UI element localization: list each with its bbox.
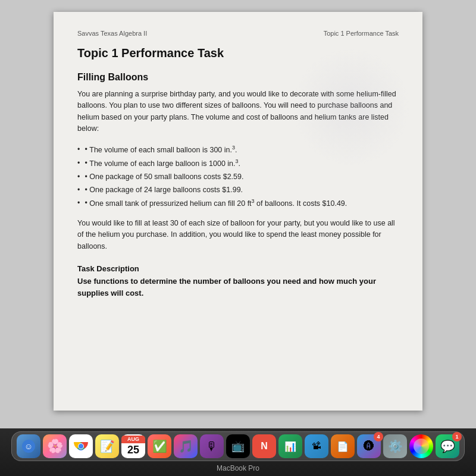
header-right: Topic 1 Performance Task <box>324 30 399 37</box>
system-settings-icon[interactable]: ⚙️ <box>383 434 407 458</box>
music-icon[interactable]: 🎵 <box>174 434 198 458</box>
calendar-date: 25 <box>127 443 139 457</box>
photos-icon[interactable]: 🌸 <box>43 434 67 458</box>
document: Savvas Texas Algebra II Topic 1 Performa… <box>54 12 422 411</box>
launchpad-icon[interactable] <box>409 434 433 458</box>
list-item: • One small tank of pressurized helium c… <box>77 197 399 209</box>
numbers-icon[interactable]: 📊 <box>278 434 302 458</box>
app-store-icon[interactable]: 🅐 4 <box>357 434 381 458</box>
task-desc-body: Use functions to determine the number of… <box>77 275 399 299</box>
list-item: • One package of 24 large balloons costs… <box>77 184 399 196</box>
laptop-screen: Savvas Texas Algebra II Topic 1 Performa… <box>0 0 476 428</box>
intro-paragraph: You are planning a surprise birthday par… <box>77 89 399 135</box>
header-left: Savvas Texas Algebra II <box>77 30 147 37</box>
notes-icon[interactable]: 📝 <box>95 434 119 458</box>
doc-title: Topic 1 Performance Task <box>77 46 399 60</box>
bullet-list: • The volume of each small balloon is 30… <box>77 143 399 209</box>
summary-paragraph: You would like to fill at least 30 of ea… <box>77 218 399 252</box>
bullet-char: • <box>84 143 89 155</box>
doc-header: Savvas Texas Algebra II Topic 1 Performa… <box>77 30 399 37</box>
dock-bar: ☺ 🌸 📝 AUG 25 <box>0 428 476 476</box>
svg-text:☺: ☺ <box>24 441 33 451</box>
bullet-char: • <box>84 184 89 196</box>
bullet-char: • <box>84 171 89 183</box>
list-item: • The volume of each small balloon is 30… <box>77 143 399 156</box>
task-desc-title: Task Description <box>77 264 399 273</box>
messages-icon[interactable]: 💬 1 <box>436 434 459 458</box>
pages-icon[interactable]: 📄 <box>331 434 355 458</box>
bullet-char: • <box>84 197 89 209</box>
chrome-icon[interactable] <box>69 434 93 458</box>
svg-point-5 <box>79 444 83 449</box>
calendar-icon[interactable]: AUG 25 <box>121 434 145 458</box>
messages-badge: 1 <box>452 432 462 441</box>
finder-icon[interactable]: ☺ <box>17 434 40 458</box>
keynote-icon[interactable]: 📽 <box>305 434 328 458</box>
apple-tv-icon[interactable]: 📺 <box>226 434 250 458</box>
dock: ☺ 🌸 📝 AUG 25 <box>11 431 465 461</box>
macbook-label: MacBook Pro <box>217 462 259 474</box>
list-item: • The volume of each large balloon is 10… <box>77 157 399 170</box>
reminders-icon[interactable]: ✅ <box>148 434 171 458</box>
news-icon[interactable]: N <box>252 434 276 458</box>
list-item: • One package of 50 small balloons costs… <box>77 171 399 183</box>
app-store-badge: 4 <box>374 432 383 441</box>
section-filling-balloons-title: Filling Balloons <box>77 72 399 83</box>
podcasts-icon[interactable]: 🎙 <box>200 434 224 458</box>
bullet-char: • <box>84 157 89 169</box>
